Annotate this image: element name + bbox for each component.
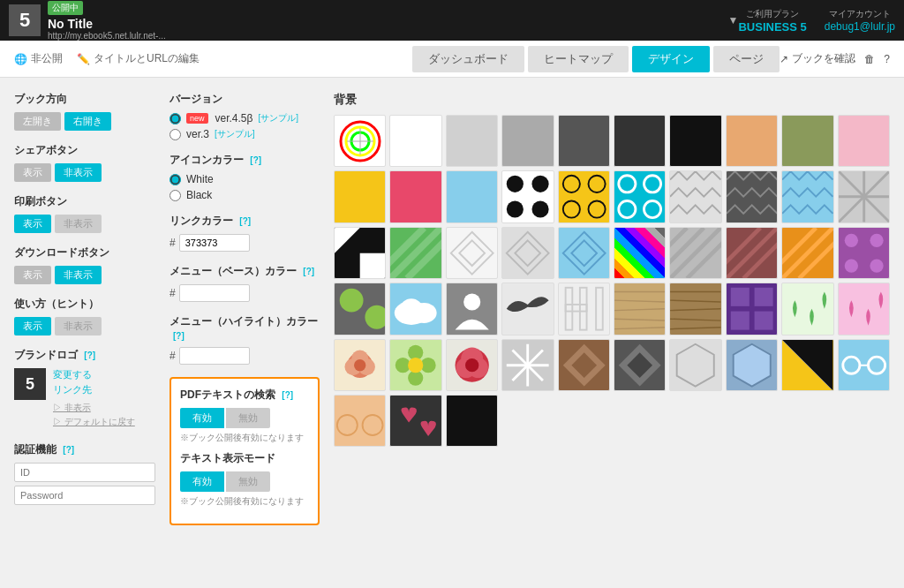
help-button[interactable]: ?: [884, 53, 890, 65]
bg-cell-dark-gray[interactable]: [558, 115, 610, 167]
bg-cell-black[interactable]: [669, 115, 721, 167]
text-mode-off-button[interactable]: 無効: [226, 471, 270, 492]
bg-cell-clouds[interactable]: [389, 283, 441, 335]
bg-cell-red-rose[interactable]: [446, 339, 498, 391]
icon-help[interactable]: [?]: [250, 155, 261, 165]
bg-cell-darker-gray[interactable]: [614, 115, 666, 167]
icon-white-radio[interactable]: [170, 174, 181, 185]
bg-cell-zigzag-dark[interactable]: [726, 170, 778, 222]
bg-cell-diag-gray[interactable]: [669, 227, 721, 279]
bg-cell-circles-bw[interactable]: [501, 170, 554, 222]
tab-design[interactable]: デザイン: [632, 46, 710, 72]
bg-cell-diamond-white[interactable]: [446, 227, 498, 279]
usage-hide-button[interactable]: 非表示: [55, 317, 102, 335]
bg-cell-hexagon-gray[interactable]: [669, 339, 721, 391]
bg-cell-peach[interactable]: [726, 115, 778, 167]
bg-cell-green-diag[interactable]: [389, 227, 441, 279]
bg-cell-white[interactable]: [389, 115, 441, 167]
bg-cell-bird[interactable]: [501, 283, 554, 335]
bg-cell-dots-peach[interactable]: [334, 395, 386, 447]
text-mode-on-button[interactable]: 有効: [180, 471, 224, 492]
download-hide-button[interactable]: 非表示: [55, 266, 102, 284]
download-show-button[interactable]: 表示: [14, 266, 51, 284]
edit-title-button[interactable]: ✏️ タイトルとURLの編集: [77, 51, 200, 66]
bg-cell-diag-orange[interactable]: [781, 227, 833, 279]
bg-cell-snowflake[interactable]: [501, 339, 554, 391]
bg-cell-light-gray[interactable]: [446, 115, 498, 167]
bg-cell-triangles-bw[interactable]: [334, 227, 386, 279]
bg-cell-olive[interactable]: [781, 115, 833, 167]
bg-cell-green-flower[interactable]: [389, 339, 441, 391]
bg-cell-black-solid[interactable]: [446, 395, 498, 447]
right-open-button[interactable]: 右開き: [64, 112, 111, 131]
bg-cell-sky-blue[interactable]: [446, 170, 498, 222]
bg-cell-h-pattern[interactable]: [558, 283, 610, 335]
link-color-help[interactable]: [?]: [239, 216, 251, 226]
brand-link-link[interactable]: リンク先: [53, 383, 135, 396]
link-color-input[interactable]: [179, 234, 250, 252]
icon-black-radio[interactable]: [170, 190, 181, 201]
auth-help[interactable]: [?]: [63, 445, 74, 455]
bg-cell-yellow-black[interactable]: [781, 339, 833, 391]
brand-hide-link[interactable]: ▷ 非表示: [53, 402, 135, 414]
bg-cell-wood-dark[interactable]: [669, 283, 721, 335]
left-open-button[interactable]: 左開き: [14, 112, 61, 131]
bg-cell-hexagon-blue[interactable]: [726, 339, 778, 391]
brand-logo-help[interactable]: [?]: [84, 351, 95, 360]
bg-cell-diamond-fill-dark[interactable]: [614, 339, 666, 391]
tab-dashboard[interactable]: ダッシュボード: [412, 46, 524, 72]
menu-base-color-input[interactable]: [179, 284, 250, 302]
bg-cell-green-drops[interactable]: [781, 283, 833, 335]
bg-cell-pink-drops[interactable]: [838, 283, 890, 335]
menu-base-help[interactable]: [?]: [303, 267, 314, 276]
delete-button[interactable]: 🗑: [864, 53, 875, 65]
bg-cell-diamond-fill-brown[interactable]: [558, 339, 610, 391]
pdf-search-on-button[interactable]: 有効: [180, 408, 224, 428]
bg-cell-circles-cyan[interactable]: [614, 170, 666, 222]
bg-cell-hearts[interactable]: [389, 395, 441, 447]
brand-change-link[interactable]: 変更する: [53, 368, 135, 381]
share-hide-button[interactable]: 非表示: [55, 163, 102, 182]
bg-cell-gray[interactable]: [501, 115, 554, 167]
print-hide-button[interactable]: 非表示: [55, 215, 102, 233]
bg-cell-wood-light[interactable]: [614, 283, 666, 335]
usage-show-button[interactable]: 表示: [14, 317, 51, 335]
print-show-button[interactable]: 表示: [14, 215, 51, 233]
account-value[interactable]: debug1@lulr.jp: [825, 20, 895, 33]
bg-cell-zigzag-gray[interactable]: [669, 170, 721, 222]
pdf-search-off-button[interactable]: 無効: [226, 408, 270, 428]
ver45-radio[interactable]: [170, 113, 181, 124]
bg-cell-glasses[interactable]: [838, 339, 890, 391]
bg-cell-hot-pink[interactable]: [389, 170, 441, 222]
auth-password-input[interactable]: [14, 486, 155, 505]
bg-cell-purple-dots[interactable]: [838, 227, 890, 279]
bg-cell-stripes-color[interactable]: [614, 227, 666, 279]
bg-cell-silhouette[interactable]: [446, 283, 498, 335]
bg-cell-circles-yellow[interactable]: [558, 170, 610, 222]
pdf-search-help[interactable]: [?]: [282, 390, 293, 400]
menu-highlight-help[interactable]: [?]: [173, 331, 185, 341]
tab-page[interactable]: ページ: [713, 46, 780, 72]
tab-heatmap[interactable]: ヒートマップ: [528, 46, 629, 72]
confirm-book-button[interactable]: ↗ ブックを確認: [780, 51, 855, 66]
brand-default-link[interactable]: ▷ デフォルトに戻す: [53, 416, 135, 428]
share-show-button[interactable]: 表示: [14, 163, 51, 182]
bg-cell-diamond-blue[interactable]: [558, 227, 610, 279]
bg-cell-yellow[interactable]: [334, 170, 386, 222]
bg-cell-diag-dark[interactable]: [726, 227, 778, 279]
bg-cell-green-dots[interactable]: [334, 283, 386, 335]
unpublish-button[interactable]: 🌐 非公開: [14, 51, 63, 66]
bg-cell-purple-squares[interactable]: [726, 283, 778, 335]
bg-cell-roses[interactable]: [334, 339, 386, 391]
menu-highlight-color-input[interactable]: [179, 347, 250, 365]
bg-cell-diamond-gray[interactable]: [501, 227, 554, 279]
bg-rainbow[interactable]: [334, 115, 386, 167]
bg-cell-zigzag-blue[interactable]: [781, 170, 833, 222]
dropdown-arrow-icon[interactable]: ▼: [728, 14, 739, 26]
bg-cell-pink-light[interactable]: [838, 115, 890, 167]
auth-id-input[interactable]: [14, 463, 155, 482]
ver3-sample[interactable]: [サンプル]: [215, 128, 255, 140]
ver45-sample[interactable]: [サンプル]: [258, 112, 298, 124]
ver3-radio[interactable]: [170, 129, 181, 140]
bg-cell-cross-gray[interactable]: [838, 170, 890, 222]
